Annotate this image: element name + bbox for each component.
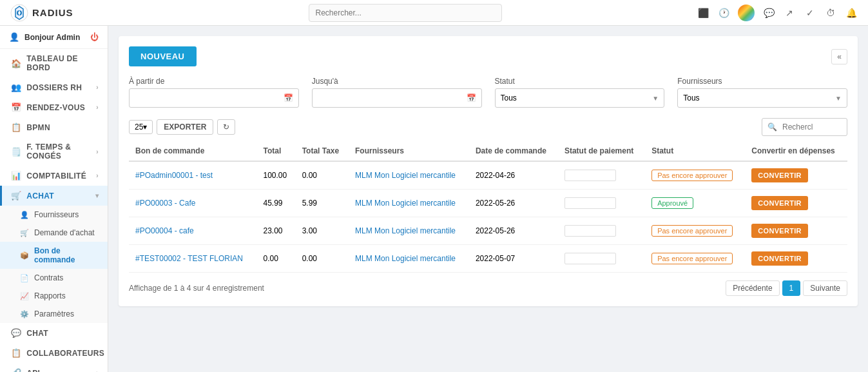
chat-icon: 💬 [11, 328, 21, 338]
sidebar-item-comptabilite[interactable]: 📊 COMPTABILITÉ › [0, 166, 108, 186]
cell-total-taxe-2: 3.00 [296, 217, 349, 245]
sidebar-item-temps-conges[interactable]: 🗒️ F. TEMPS & CONGÉS › [0, 137, 108, 166]
sidebar-item-dossiers-rh[interactable]: 👥 DOSSIERS RH › [0, 77, 108, 97]
convertir-button-2[interactable]: CONVERTIR [751, 224, 807, 238]
sidebar-label-contrats: Contrats [34, 273, 63, 282]
top-header: RADIUS ⬛ 🕐 💬 ↗ ✓ ⏱ 🔔 [0, 0, 868, 26]
payment-bar-2 [564, 225, 616, 237]
bell-icon[interactable]: 🔔 [845, 6, 858, 19]
fournisseur-link-2[interactable]: MLM Mon Logiciel mercantile [355, 226, 456, 235]
chevron-rdv-icon: › [96, 104, 99, 111]
refresh-button[interactable]: ↻ [217, 119, 235, 135]
filter-fournisseur-select[interactable]: Tous [678, 93, 830, 103]
filter-statut: Statut Tous ▼ [495, 77, 665, 108]
col-statut-paiement: Statut de paiement [558, 141, 645, 161]
chevron-fournisseur-icon: ▼ [830, 95, 847, 102]
current-page-button[interactable]: 1 [782, 280, 801, 296]
cell-statut-1: Approuvé [645, 190, 745, 217]
filter-statut-label: Statut [495, 77, 665, 86]
bon-commande-link-2[interactable]: #PO00004 - cafe [135, 226, 194, 235]
sidebar: 👤 Bonjour Admin ⏻ 🏠 TABLEAU DE BORD 👥 DO… [0, 26, 108, 372]
convertir-button-1[interactable]: CONVERTIR [751, 196, 807, 210]
message-icon[interactable]: 💬 [762, 6, 775, 19]
sidebar-label-api: API [26, 369, 40, 373]
power-icon[interactable]: ⏻ [90, 32, 99, 42]
filter-statut-select[interactable]: Tous [496, 93, 648, 103]
screen-icon[interactable]: ⬛ [697, 6, 709, 19]
params-sub-icon: ⚙️ [20, 310, 29, 318]
sidebar-label-tableau: TABLEAU DE BORD [26, 54, 99, 72]
sidebar-item-tableau-de-bord[interactable]: 🏠 TABLEAU DE BORD [0, 49, 108, 77]
sidebar-item-bon-commande[interactable]: 📦 Bon de commande [0, 242, 108, 269]
sidebar-item-collaborateurs[interactable]: 📋 COLLABORATEURS [0, 343, 108, 363]
filter-fournisseur: Fournisseurs Tous ▼ [677, 77, 847, 108]
page-size-button[interactable]: 25▾ [129, 120, 153, 134]
sidebar-item-chat[interactable]: 💬 CHAT [0, 323, 108, 343]
history-icon[interactable]: 🕐 [717, 6, 730, 19]
nouveau-button[interactable]: NOUVEAU [129, 46, 197, 66]
table-row: #POadmin00001 - test 100.00 0.00 MLM Mon… [129, 161, 847, 190]
fournisseur-link-0[interactable]: MLM Mon Logiciel mercantile [355, 171, 456, 180]
table-footer: Affichage de 1 à 4 sur 4 enregistrement … [129, 280, 847, 296]
col-date: Date de commande [469, 141, 558, 161]
convertir-button-3[interactable]: CONVERTIR [751, 251, 807, 266]
avatar-icon[interactable] [738, 5, 755, 21]
chevron-temps-icon: › [96, 148, 99, 155]
filters-row: À partir de 📅 Jusqu'à 📅 Statut [129, 77, 847, 108]
filter-to-input[interactable] [313, 93, 461, 103]
collapse-button[interactable]: « [831, 49, 847, 64]
cell-statut-0: Pas encore approuver [645, 161, 745, 190]
sidebar-item-fournisseurs[interactable]: 👤 Fournisseurs [0, 206, 108, 224]
content-area: NOUVEAU « À partir de 📅 Jusqu'à 📅 [108, 26, 868, 372]
sidebar-label-chat: CHAT [26, 329, 48, 338]
calendar-to-icon[interactable]: 📅 [461, 93, 481, 103]
sidebar-item-demande-achat[interactable]: 🛒 Demande d'achat [0, 224, 108, 242]
logo-area: RADIUS [10, 4, 113, 22]
statut-badge-3: Pas encore approuver [651, 253, 733, 264]
share-icon[interactable]: ↗ [783, 6, 796, 19]
clock-icon[interactable]: ⏱ [824, 6, 837, 19]
cell-date-2: 2022-05-26 [469, 217, 558, 245]
col-total: Total [256, 141, 295, 161]
chevron-api-icon: › [96, 369, 99, 372]
sidebar-item-achat[interactable]: 🛒 ACHAT ▾ [0, 186, 108, 206]
app-name: RADIUS [32, 7, 73, 18]
check-icon[interactable]: ✓ [804, 6, 816, 19]
cell-total-taxe-1: 5.99 [296, 190, 349, 217]
sidebar-item-rendez-vous[interactable]: 📅 RENDEZ-VOUS › [0, 97, 108, 117]
filter-from-input[interactable] [130, 93, 278, 103]
prev-page-button[interactable]: Précédente [726, 280, 779, 296]
global-search-input[interactable] [309, 4, 502, 22]
filter-to: Jusqu'à 📅 [312, 77, 482, 108]
table-row: #PO00003 - Cafe 45.99 5.99 MLM Mon Logic… [129, 190, 847, 217]
bon-commande-link-0[interactable]: #POadmin00001 - test [135, 171, 213, 180]
sidebar-label-collab: COLLABORATEURS [26, 349, 104, 358]
cell-statut-paiement-3 [558, 245, 645, 273]
filter-statut-wrap: Tous ▼ [495, 88, 665, 108]
fournisseur-link-1[interactable]: MLM Mon Logiciel mercantile [355, 199, 456, 208]
export-button[interactable]: EXPORTER [157, 119, 213, 135]
next-page-button[interactable]: Suivante [803, 280, 847, 296]
home-icon: 🏠 [11, 59, 21, 68]
sidebar-label-bon: Bon de commande [34, 246, 99, 264]
logo-icon [10, 4, 28, 22]
chevron-achat-icon: ▾ [95, 192, 99, 199]
sidebar-item-contrats[interactable]: 📄 Contrats [0, 269, 108, 287]
sidebar-item-bpmn[interactable]: 📋 BPMN [0, 117, 108, 137]
sidebar-item-rapports[interactable]: 📈 Rapports [0, 287, 108, 305]
bon-commande-link-1[interactable]: #PO00003 - Cafe [135, 199, 195, 208]
filter-to-wrap: 📅 [312, 88, 482, 108]
sidebar-label-demande: Demande d'achat [34, 228, 95, 237]
cell-statut-3: Pas encore approuver [645, 245, 745, 273]
bon-commande-link-3[interactable]: #TEST00002 - TEST FLORIAN [135, 254, 243, 263]
table-search-input[interactable] [782, 122, 847, 132]
convertir-button-0[interactable]: CONVERTIR [751, 168, 807, 182]
sidebar-item-parametres[interactable]: ⚙️ Paramètres [0, 305, 108, 323]
calendar-from-icon[interactable]: 📅 [278, 93, 298, 103]
cell-fournisseur-3: MLM Mon Logiciel mercantile [349, 245, 469, 273]
sidebar-item-api[interactable]: 🔗 API › [0, 363, 108, 372]
payment-bar-3 [564, 253, 616, 264]
header-icons: ⬛ 🕐 💬 ↗ ✓ ⏱ 🔔 [697, 5, 858, 21]
fournisseur-link-3[interactable]: MLM Mon Logiciel mercantile [355, 254, 456, 263]
data-table: Bon de commande Total Total Taxe Fournis… [129, 141, 847, 273]
